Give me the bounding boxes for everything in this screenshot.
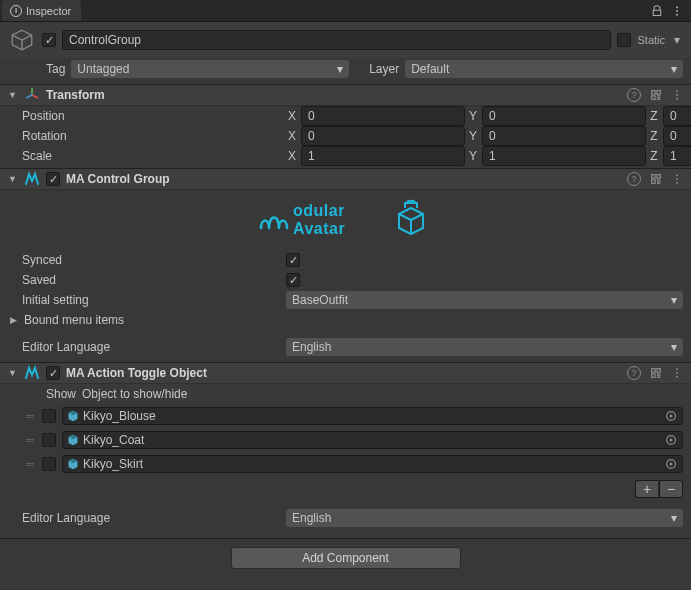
gameobject-active-checkbox[interactable]	[42, 33, 56, 47]
object-field[interactable]: Kikyo_Skirt	[62, 455, 683, 473]
column-object-label: Object to show/hide	[82, 387, 187, 401]
synced-label: Synced	[22, 253, 282, 267]
position-y-input[interactable]	[482, 106, 646, 126]
add-item-button[interactable]: +	[635, 480, 659, 498]
help-icon[interactable]: ?	[627, 172, 641, 186]
rotation-row: Rotation X Y Z	[0, 126, 691, 146]
svg-point-4	[676, 94, 678, 96]
scale-x-input[interactable]	[301, 146, 465, 166]
initial-setting-dropdown[interactable]: BaseOutfit▾	[286, 291, 683, 309]
svg-point-19	[669, 462, 672, 465]
axis-z-label: Z	[648, 109, 660, 123]
show-checkbox[interactable]	[42, 433, 56, 447]
scale-z-input[interactable]	[663, 146, 691, 166]
remove-item-button[interactable]: −	[659, 480, 683, 498]
foldout-icon[interactable]: ▶	[10, 315, 20, 325]
foldout-icon[interactable]: ▼	[8, 90, 18, 100]
object-row: ═ Kikyo_Coat	[0, 428, 691, 452]
kebab-menu-icon[interactable]	[671, 89, 683, 101]
drag-handle-icon[interactable]: ═	[22, 433, 36, 447]
rotation-label: Rotation	[22, 129, 282, 143]
synced-checkbox[interactable]	[286, 253, 300, 267]
svg-text:Avatar: Avatar	[293, 220, 345, 237]
chevron-down-icon: ▾	[671, 293, 677, 307]
editor-language-value: English	[292, 511, 331, 525]
position-z-input[interactable]	[663, 106, 691, 126]
tag-dropdown[interactable]: Untagged▾	[71, 60, 349, 78]
static-checkbox[interactable]	[617, 33, 631, 47]
layer-dropdown[interactable]: Default▾	[405, 60, 683, 78]
show-checkbox[interactable]	[42, 409, 56, 423]
object-field[interactable]: Kikyo_Coat	[62, 431, 683, 449]
drag-handle-icon[interactable]: ═	[22, 457, 36, 471]
toggle-object-enabled-checkbox[interactable]	[46, 366, 60, 380]
chevron-down-icon: ▾	[671, 511, 677, 525]
saved-checkbox[interactable]	[286, 273, 300, 287]
scale-label: Scale	[22, 149, 282, 163]
initial-setting-label: Initial setting	[22, 293, 282, 307]
help-icon[interactable]: ?	[627, 88, 641, 102]
ma-icon	[24, 171, 40, 187]
preset-icon[interactable]	[649, 366, 663, 380]
editor-language-value: English	[292, 340, 331, 354]
object-picker-icon[interactable]	[664, 433, 678, 447]
add-component-button[interactable]: Add Component	[231, 547, 461, 569]
layer-value: Default	[411, 62, 449, 76]
svg-point-0	[676, 6, 678, 8]
control-group-enabled-checkbox[interactable]	[46, 172, 60, 186]
toggle-object-title: MA Action Toggle Object	[66, 366, 207, 380]
chevron-down-icon: ▾	[671, 340, 677, 354]
preset-icon[interactable]	[649, 88, 663, 102]
toggle-object-header[interactable]: ▼ MA Action Toggle Object ?	[0, 362, 691, 384]
lock-icon[interactable]	[651, 5, 663, 17]
object-picker-icon[interactable]	[664, 409, 678, 423]
svg-point-3	[676, 90, 678, 92]
position-x-input[interactable]	[301, 106, 465, 126]
foldout-icon[interactable]: ▼	[8, 174, 18, 184]
transform-header[interactable]: ▼ Transform ?	[0, 84, 691, 106]
editor-language-row: Editor Language English▾	[0, 336, 691, 362]
rotation-z-input[interactable]	[663, 126, 691, 146]
axis-y-label: Y	[467, 109, 479, 123]
column-show-label: Show	[46, 387, 82, 401]
scale-row: Scale X Y Z	[0, 146, 691, 168]
initial-setting-row: Initial setting BaseOutfit▾	[0, 290, 691, 310]
gameobject-name-input[interactable]	[62, 30, 611, 50]
tag-value: Untagged	[77, 62, 129, 76]
kebab-menu-icon[interactable]	[671, 5, 683, 17]
help-icon[interactable]: ?	[627, 366, 641, 380]
preset-icon[interactable]	[649, 172, 663, 186]
bound-menu-items-row[interactable]: ▶ Bound menu items	[0, 310, 691, 330]
axis-x-label: X	[286, 109, 298, 123]
position-label: Position	[22, 109, 282, 123]
editor-language-dropdown[interactable]: English▾	[286, 338, 683, 356]
gameobject-icon[interactable]	[8, 26, 36, 54]
rotation-y-input[interactable]	[482, 126, 646, 146]
editor-language-dropdown[interactable]: English▾	[286, 509, 683, 527]
object-row: ═ Kikyo_Blouse	[0, 404, 691, 428]
kebab-menu-icon[interactable]	[671, 173, 683, 185]
static-dropdown-arrow[interactable]: ▾	[671, 30, 683, 50]
svg-point-5	[676, 98, 678, 100]
axis-x-label: X	[286, 129, 298, 143]
control-group-title: MA Control Group	[66, 172, 170, 186]
object-picker-icon[interactable]	[664, 457, 678, 471]
object-name: Kikyo_Coat	[83, 433, 144, 447]
show-checkbox[interactable]	[42, 457, 56, 471]
control-group-header[interactable]: ▼ MA Control Group ?	[0, 168, 691, 190]
svg-point-7	[676, 178, 678, 180]
position-row: Position X Y Z	[0, 106, 691, 126]
kebab-menu-icon[interactable]	[671, 367, 683, 379]
static-label: Static	[637, 34, 665, 46]
svg-point-1	[676, 10, 678, 12]
object-field[interactable]: Kikyo_Blouse	[62, 407, 683, 425]
initial-setting-value: BaseOutfit	[292, 293, 348, 307]
inspector-tab-label: Inspector	[26, 5, 71, 17]
scale-y-input[interactable]	[482, 146, 646, 166]
rotation-x-input[interactable]	[301, 126, 465, 146]
drag-handle-icon[interactable]: ═	[22, 409, 36, 423]
foldout-icon[interactable]: ▼	[8, 368, 18, 378]
gameobject-header: Static ▾	[0, 22, 691, 58]
inspector-tab[interactable]: i Inspector	[2, 0, 81, 21]
axis-z-label: Z	[648, 129, 660, 143]
